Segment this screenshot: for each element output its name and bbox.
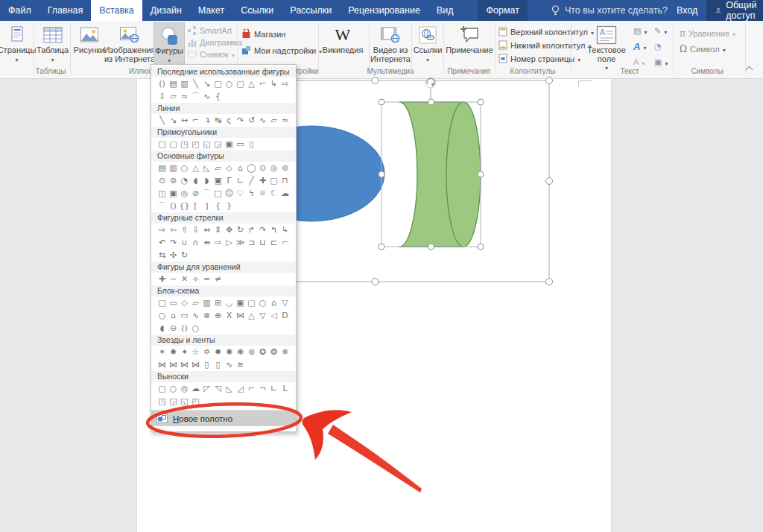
my-addins-button[interactable]: Мои надстройки <box>241 45 322 56</box>
shape-icon[interactable]: ↷ <box>257 224 268 235</box>
shape-icon[interactable]: ↴ <box>201 115 212 126</box>
shape-icon[interactable]: ◎ <box>179 383 190 394</box>
shape-icon[interactable]: ○ <box>257 297 268 308</box>
shape-icon[interactable]: ◡ <box>224 297 235 308</box>
shape-icon[interactable]: ☾ <box>268 188 279 199</box>
shape-icon[interactable]: ⋈ <box>156 359 168 370</box>
tab-рецензирование[interactable]: Рецензирование <box>340 0 428 21</box>
shape-icon[interactable]: ◎ <box>268 162 279 174</box>
shape-icon[interactable]: ▷ <box>224 237 235 248</box>
shape-icon[interactable]: ◸ <box>201 383 212 394</box>
shape-icon[interactable]: ▥ <box>179 78 190 89</box>
shape-icon[interactable]: ✣ <box>168 250 179 261</box>
shape-icon[interactable]: ▢ <box>156 383 168 394</box>
shape-icon[interactable]: ◔ <box>179 175 190 186</box>
shape-icon[interactable]: ∪ <box>179 237 190 248</box>
shape-icon[interactable]: () <box>156 78 168 89</box>
shape-icon[interactable]: ⇦ <box>168 224 179 235</box>
shape-icon[interactable]: ▱ <box>190 297 201 308</box>
shape-icon[interactable]: ◖ <box>190 175 201 186</box>
shape-icon[interactable]: ↔ <box>179 115 190 126</box>
shape-icon[interactable]: [ <box>190 200 201 212</box>
shape-icon[interactable]: ▱ <box>168 91 179 102</box>
shape-icon[interactable]: ⊐ <box>246 237 257 248</box>
shape-icon[interactable]: ◲ <box>212 139 224 150</box>
tab-вставка[interactable]: Вставка <box>91 0 142 21</box>
shape-icon[interactable]: ▱ <box>212 162 224 174</box>
shape-icon[interactable]: ¬ <box>257 383 268 394</box>
shape-icon[interactable]: ◁ <box>268 310 279 321</box>
shape-icon[interactable]: ▣ <box>212 175 224 186</box>
shape-icon[interactable]: ↶ <box>156 237 168 248</box>
shape-icon[interactable]: ◺ <box>201 162 212 174</box>
shape-icon[interactable]: ↻ <box>179 250 190 261</box>
page-number-button[interactable]: Номер страницы <box>498 53 580 64</box>
equation-button[interactable]: π Уравнение <box>680 28 735 39</box>
shape-icon[interactable]: ⊜ <box>168 175 179 186</box>
shape-icon[interactable]: ⊕ <box>212 310 224 321</box>
shape-icon[interactable]: ς <box>224 115 235 126</box>
shape-icon[interactable]: () <box>168 200 179 212</box>
shape-icon[interactable]: ⋈ <box>235 310 246 321</box>
shape-icon[interactable]: ⌒ <box>156 200 168 212</box>
shape-icon[interactable]: {} <box>179 200 190 212</box>
shape-icon[interactable]: ✹ <box>212 346 224 358</box>
shape-icon[interactable]: ✶ <box>156 346 168 358</box>
shape-icon[interactable]: ╲ <box>156 115 168 126</box>
shape-icon[interactable]: ∿ <box>201 91 212 102</box>
shape-icon[interactable]: ↳ <box>279 224 291 235</box>
shape-icon[interactable]: ⊘ <box>190 188 201 199</box>
shape-icon[interactable]: ⇨ <box>156 224 168 235</box>
shape-icon[interactable]: X <box>224 310 235 321</box>
shape-icon[interactable]: ✡ <box>201 346 212 358</box>
object-button[interactable]: ▣ <box>654 57 668 68</box>
shape-icon[interactable]: ∩ <box>190 237 201 248</box>
shape-icon[interactable]: ✪ <box>257 346 268 358</box>
tab-рассылки[interactable]: Рассылки <box>282 0 340 21</box>
footer-button[interactable]: Нижний колонтитул <box>498 39 591 51</box>
tell-me-search[interactable]: Что вы хотите сделать? <box>551 0 668 21</box>
shape-icon[interactable]: ○ <box>190 323 201 334</box>
new-drawing-canvas-item[interactable]: Новое полотно <box>151 410 296 426</box>
shape-icon[interactable]: ☁ <box>279 188 291 199</box>
shape-icon[interactable]: ▢ <box>235 78 246 89</box>
shape-icon[interactable]: ▤ <box>168 78 179 89</box>
header-button[interactable]: Верхний колонтитул <box>498 26 594 37</box>
shape-icon[interactable]: ∿ <box>257 115 268 126</box>
shape-icon[interactable]: ÷ <box>190 273 201 285</box>
shape-icon[interactable]: ◇ <box>179 297 190 308</box>
shape-icon[interactable]: ⋈ <box>168 359 179 370</box>
shape-icon[interactable]: ⊖ <box>168 323 179 334</box>
tab-файл[interactable]: Файл <box>0 0 39 21</box>
shape-icon[interactable]: ⊓ <box>279 175 291 186</box>
shape-icon[interactable]: ∿ <box>224 359 235 370</box>
shape-icon[interactable]: ▽ <box>257 310 268 321</box>
shape-icon[interactable]: ╲ <box>190 78 201 89</box>
shape-icon[interactable]: ○ <box>179 162 190 174</box>
pages-button[interactable]: Страницы <box>1 22 32 76</box>
shape-icon[interactable]: ⌐ <box>279 237 291 248</box>
pictures-button[interactable]: Рисунки <box>72 22 106 76</box>
signature-line-button[interactable]: ✎ <box>654 25 667 37</box>
shape-icon[interactable]: ▭ <box>179 310 190 321</box>
shape-icon[interactable]: ↻ <box>235 224 246 235</box>
shape-icon[interactable]: ✕ <box>179 273 190 285</box>
shape-icon[interactable]: ✥ <box>224 224 235 235</box>
shape-icon[interactable]: ♡ <box>235 188 246 199</box>
shape-icon[interactable]: Γ <box>224 175 235 186</box>
tab-макет[interactable]: Макет <box>190 0 232 21</box>
shape-icon[interactable]: ▣ <box>168 188 179 199</box>
shape-icon[interactable]: ⌂ <box>168 310 179 321</box>
shape-icon[interactable]: ⊗ <box>201 310 212 321</box>
shape-icon[interactable]: △ <box>246 78 257 89</box>
shape-icon[interactable]: ❋ <box>235 346 246 358</box>
shape-icon[interactable]: ◲ <box>168 396 179 407</box>
shape-icon[interactable]: ≈ <box>179 91 190 102</box>
shape-icon[interactable]: ⇻ <box>201 237 212 248</box>
shape-icon[interactable]: ∿ <box>190 310 201 321</box>
shape-icon[interactable]: = <box>201 273 212 285</box>
shape-icon[interactable]: ⇕ <box>212 224 224 235</box>
shape-icon[interactable]: ↘ <box>201 78 212 89</box>
shape-icon[interactable]: ✦ <box>179 346 190 358</box>
shape-icon[interactable]: ◺ <box>224 383 235 394</box>
